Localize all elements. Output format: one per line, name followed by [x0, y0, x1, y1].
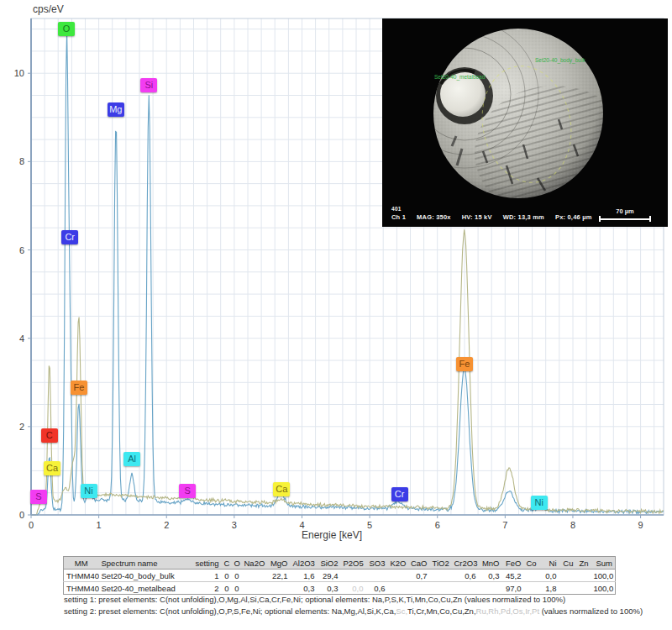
element-marker-Al: Al — [123, 452, 140, 466]
sem-annotation-metalbead: Set20-40_metalbead — [434, 74, 486, 81]
table-cell: 1 — [193, 570, 222, 582]
table-row: THMM405Set20-40_body_bulk10022,11,629,40… — [64, 570, 616, 582]
column-header-Ni: Ni — [539, 557, 559, 570]
footnotes: setting 1: preset elements: C(not unfold… — [64, 594, 643, 617]
column-header-P2O5: P2O5 — [341, 557, 366, 570]
table-row: THMM405Set20-40_metalbead2000,30,30,00,6… — [64, 582, 616, 595]
table-cell — [408, 582, 430, 595]
footnote-muted-segment: Sc, — [396, 606, 407, 616]
table-cell: 100,0 — [591, 582, 616, 595]
column-header-setting: setting — [193, 557, 222, 570]
column-header-MM: MM — [64, 557, 99, 570]
table-cell — [366, 570, 388, 582]
table-cell — [388, 570, 408, 582]
column-header-Cu: Cu — [559, 557, 576, 570]
column-header-SiO2: SiO2 — [318, 557, 341, 570]
sem-frame-number: 401 — [391, 206, 402, 212]
element-marker-Fe: Fe — [71, 381, 87, 395]
element-marker-Ni: Ni — [81, 484, 97, 498]
sem-info-field: Ch 1 — [391, 213, 406, 221]
table-cell — [242, 570, 265, 582]
element-marker-C: C — [41, 428, 58, 443]
footnote-segment: Ti,Cr,Mn,Co,Cu,Zn, — [407, 606, 475, 616]
element-marker-Mg: Mg — [108, 102, 124, 117]
column-header-TiO2: TiO2 — [430, 557, 452, 570]
footnote-setting-2: setting 2: preset elements: C(not unfold… — [64, 606, 643, 617]
table-cell: 29,4 — [318, 570, 341, 582]
table-cell: 45,2 — [502, 570, 524, 582]
column-header-FeO: FeO — [502, 557, 524, 570]
column-header-MnO: MnO — [479, 557, 502, 570]
element-marker-Ca: Ca — [273, 482, 290, 496]
sem-info-field: Px: 0,46 µm — [555, 213, 592, 221]
column-header-C: C — [222, 557, 232, 570]
sem-annotation-body-bulk: Set20-40_body_bulk — [535, 57, 585, 64]
element-marker-O: O — [58, 22, 75, 36]
sem-info-fields: Ch 1MAG: 350xHV: 15 kVWD: 13,3 mmPx: 0,4… — [391, 213, 592, 221]
element-marker-Fe: Fe — [456, 357, 473, 371]
table-cell: Set20-40_metalbead — [99, 582, 193, 595]
y-tick-label: 4 — [19, 333, 24, 344]
table-cell: THMM405 — [64, 582, 99, 595]
table-cell: 1,8 — [539, 582, 559, 595]
column-header-SO3: SO3 — [366, 557, 388, 570]
footnote-muted-segment: Ru,Rh,Pd,Os,Ir,Pt — [476, 606, 540, 616]
sem-status-bar: 401 Ch 1MAG: 350xHV: 15 kVWD: 13,3 mmPx:… — [382, 205, 668, 227]
column-header-Al2O3: Al2O3 — [291, 557, 318, 570]
table-cell — [430, 570, 452, 582]
y-tick-label: 6 — [19, 245, 24, 255]
column-header-Zn: Zn — [576, 557, 591, 570]
column-header-Spectrum name: Spectrum name — [99, 557, 193, 570]
element-marker-S: S — [179, 484, 196, 498]
table-cell: 0,3 — [479, 570, 502, 582]
sem-micrograph: Set20-40_metalbead Set20-40_body_bulk — [382, 18, 668, 205]
results-table-section: MMSpectrum namesettingCONa2OMgOAl2O3SiO2… — [63, 556, 616, 595]
sem-scale-bar-label: 70 µm — [599, 207, 651, 215]
column-header-Cr2O3: Cr2O3 — [452, 557, 479, 570]
footnote-segment: (values normalized to 100%) — [539, 606, 643, 616]
column-header-CaO: CaO — [408, 557, 430, 570]
column-header-O: O — [232, 557, 242, 570]
y-tick-label: 0 — [19, 510, 24, 520]
table-cell: 0,0 — [539, 570, 559, 582]
table-cell — [242, 582, 265, 595]
eds-report-page: cps/eV 01234567890246810 SCCaOCrFeNiMgAl… — [0, 0, 672, 630]
table-cell: Set20-40_body_bulk — [99, 570, 193, 582]
x-axis-title: Energie [keV] — [0, 529, 664, 541]
quantification-table: MMSpectrum namesettingCONa2OMgOAl2O3SiO2… — [63, 556, 616, 595]
table-cell — [524, 582, 539, 595]
table-cell — [479, 582, 502, 595]
table-cell — [524, 570, 539, 582]
table-cell — [452, 582, 479, 595]
element-marker-Si: Si — [140, 78, 157, 92]
table-cell: 2 — [193, 582, 222, 595]
column-header-Sum: Sum — [591, 557, 616, 570]
table-cell: 0,6 — [366, 582, 388, 595]
element-marker-S: S — [30, 490, 47, 504]
table-cell: 100,0 — [591, 570, 616, 582]
element-marker-Ni: Ni — [531, 496, 548, 510]
table-cell: 1,6 — [291, 570, 318, 582]
table-cell — [576, 582, 591, 595]
element-marker-Ca: Ca — [44, 461, 60, 475]
element-marker-Cr: Cr — [391, 487, 408, 501]
table-cell: 0,3 — [291, 582, 318, 595]
column-header-Na2O: Na2O — [242, 557, 265, 570]
table-cell: 0,3 — [318, 582, 341, 595]
table-cell — [559, 570, 576, 582]
table-cell: 0,0 — [341, 582, 366, 595]
table-cell — [430, 582, 452, 595]
table-cell: 0 — [222, 582, 232, 595]
sem-info-field: HV: 15 kV — [462, 213, 492, 221]
column-header-Co: Co — [524, 557, 539, 570]
column-header-MgO: MgO — [265, 557, 291, 570]
element-marker-Cr: Cr — [61, 230, 78, 244]
table-cell: 0,6 — [452, 570, 479, 582]
table-cell: 97,0 — [502, 582, 524, 595]
table-cell — [341, 570, 366, 582]
table-cell: 0 — [232, 582, 242, 595]
table-cell: 0 — [232, 570, 242, 582]
table-cell: THMM405 — [64, 570, 99, 582]
sem-image-inset: Set20-40_metalbead Set20-40_body_bulk 40… — [382, 18, 668, 227]
table-cell — [388, 582, 408, 595]
